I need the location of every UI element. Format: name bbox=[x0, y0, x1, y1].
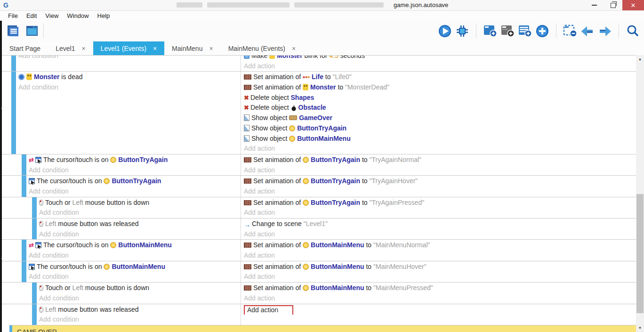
placeholder-text: Add action bbox=[247, 306, 278, 314]
add-action-button[interactable]: Add action bbox=[244, 305, 636, 315]
add-comment-icon[interactable] bbox=[517, 24, 532, 39]
add-condition-button[interactable]: Add condition bbox=[18, 55, 241, 61]
tab-start-page[interactable]: Start Page bbox=[2, 41, 48, 55]
add-action-button[interactable]: Add action bbox=[244, 293, 636, 304]
start-page-window-icon[interactable] bbox=[24, 24, 40, 39]
restore-button[interactable] bbox=[604, 0, 622, 10]
add-condition-button[interactable]: Add condition bbox=[29, 165, 241, 176]
condition-line[interactable]: The cursor/touch is on ButtonMainMenu bbox=[29, 262, 241, 272]
event-row[interactable]: ⇄The cursor/touch is on ButtonMainMenuAd… bbox=[2, 239, 636, 260]
comment-row[interactable]: GAME OVER bbox=[9, 325, 636, 332]
condition-line[interactable]: ⇄The cursor/touch is on ButtonMainMenu bbox=[29, 240, 241, 251]
add-more-icon[interactable] bbox=[535, 24, 550, 39]
action-line[interactable]: Show object GameOver bbox=[244, 113, 636, 123]
add-condition-button[interactable]: Add condition bbox=[18, 82, 241, 93]
add-condition-button[interactable]: Add condition bbox=[29, 186, 241, 197]
add-condition-button[interactable]: Add condition bbox=[39, 293, 241, 304]
close-button[interactable]: ✕ bbox=[622, 0, 644, 10]
event-row[interactable]: The cursor/touch is on ButtonMainMenuAdd… bbox=[2, 261, 636, 282]
add-condition-button[interactable]: Add condition bbox=[29, 251, 241, 261]
scrollbar-thumb[interactable] bbox=[636, 194, 644, 313]
menu-help[interactable]: Help bbox=[93, 11, 114, 21]
add-sub-event-icon[interactable] bbox=[500, 24, 515, 39]
scroll-down-icon[interactable]: ▼ bbox=[636, 324, 644, 332]
cursor-icon bbox=[29, 264, 35, 270]
add-action-button[interactable]: Add action bbox=[244, 144, 636, 154]
add-condition-button[interactable]: Add condition bbox=[39, 208, 241, 218]
event-bar bbox=[32, 304, 37, 325]
menu-window[interactable]: Window bbox=[63, 11, 93, 21]
project-manager-icon[interactable] bbox=[6, 24, 21, 39]
add-condition-button[interactable]: Add condition bbox=[39, 229, 241, 240]
action-line[interactable]: Set animation of ButtonTryAgain to "TryA… bbox=[244, 176, 636, 186]
tab-level1[interactable]: Level1× bbox=[48, 41, 93, 55]
event-row[interactable]: Touch or Left mouse button is downAdd co… bbox=[2, 197, 636, 218]
condition-line[interactable]: ⇄The cursor/touch is on ButtonTryAgain bbox=[29, 155, 241, 165]
action-line[interactable]: ✖Delete object Shapes bbox=[244, 93, 636, 103]
add-action-button[interactable]: Add action bbox=[244, 208, 636, 218]
action-line[interactable]: Set animation of ButtonTryAgain to "TryA… bbox=[244, 155, 636, 165]
undo-icon[interactable] bbox=[580, 24, 595, 39]
add-action-button[interactable]: Add action bbox=[244, 61, 636, 72]
search-icon[interactable] bbox=[625, 24, 640, 39]
menu-view[interactable]: View bbox=[41, 11, 63, 21]
redo-icon[interactable] bbox=[597, 24, 612, 39]
condition-line[interactable]: The cursor/touch is on ButtonTryAgain bbox=[29, 176, 241, 186]
events-sheet: Add conditionMake Monster blink for 4.5 … bbox=[2, 55, 636, 332]
action-line[interactable]: Show object ButtonMainMenu bbox=[244, 134, 636, 144]
tab-mainmenu-events-[interactable]: MainMenu (Events)× bbox=[221, 41, 304, 55]
event-row[interactable]: Add conditionMake Monster blink for 4.5 … bbox=[2, 55, 636, 71]
action-line[interactable]: Set animation of ButtonMainMenu to "Main… bbox=[244, 240, 636, 251]
action-line[interactable]: Set animation of Life to "Life0" bbox=[244, 72, 636, 82]
action-line[interactable]: Set animation of ButtonTryAgain to "TryA… bbox=[244, 198, 636, 208]
add-action-button[interactable]: Add action bbox=[244, 272, 636, 282]
event-text: Left bbox=[45, 306, 56, 313]
condition-line[interactable]: Touch or Left mouse button is down bbox=[39, 198, 241, 208]
condition-line[interactable]: Left mouse button was released bbox=[39, 219, 241, 229]
condition-line[interactable]: Monster is dead bbox=[18, 72, 241, 82]
action-line[interactable]: Make Monster blink for 4.5 seconds bbox=[244, 55, 636, 61]
menu-edit[interactable]: Edit bbox=[22, 11, 41, 21]
action-line[interactable]: →Change to scene "Level1" bbox=[244, 219, 636, 229]
tab-close-icon[interactable]: × bbox=[292, 45, 296, 52]
add-event-icon[interactable] bbox=[483, 24, 498, 39]
action-line[interactable]: ✖Delete object Obstacle bbox=[244, 103, 636, 113]
remove-event-icon[interactable] bbox=[563, 24, 578, 39]
action-line[interactable]: Set animation of ButtonMainMenu to "Main… bbox=[244, 262, 636, 272]
delete-icon: ✖ bbox=[244, 103, 249, 113]
add-condition-button[interactable]: Add condition bbox=[29, 272, 241, 282]
action-line[interactable]: Show object ButtonTryAgain bbox=[244, 123, 636, 134]
event-row[interactable]: The cursor/touch is on ButtonTryAgainAdd… bbox=[2, 175, 636, 196]
minimize-button[interactable] bbox=[585, 0, 604, 10]
action-line[interactable]: Set animation of Monster to "MonsterDead… bbox=[244, 82, 636, 93]
tab-level1-events-[interactable]: Level1 (Events)× bbox=[93, 41, 164, 55]
tab-close-icon[interactable]: × bbox=[81, 45, 85, 52]
add-action-button[interactable]: Add action bbox=[244, 165, 636, 176]
event-row[interactable]: Monster is deadAdd conditionSet animatio… bbox=[2, 71, 636, 154]
vertical-scrollbar[interactable]: ▲ ▼ bbox=[636, 55, 644, 332]
condition-line[interactable]: Left mouse button was released bbox=[39, 305, 241, 315]
action-line[interactable]: Set animation of ButtonMainMenu to "Main… bbox=[244, 283, 636, 293]
conditions-column: ⇄The cursor/touch is on ButtonTryAgainAd… bbox=[26, 154, 241, 175]
highlighted-add-action[interactable]: Add action bbox=[244, 305, 293, 315]
event-row[interactable]: Touch or Left mouse button is downAdd co… bbox=[2, 282, 636, 303]
play-icon[interactable] bbox=[437, 24, 452, 39]
scroll-up-icon[interactable]: ▲ bbox=[636, 55, 644, 63]
add-action-button[interactable]: Add action bbox=[244, 251, 636, 261]
object-name: ButtonTryAgain bbox=[311, 199, 360, 206]
tab-close-icon[interactable]: × bbox=[153, 45, 157, 52]
debug-icon[interactable] bbox=[455, 24, 470, 39]
redacted-block bbox=[294, 2, 384, 8]
tab-mainmenu[interactable]: MainMenu× bbox=[164, 41, 221, 55]
add-action-button[interactable]: Add action bbox=[244, 229, 636, 240]
tab-close-icon[interactable]: × bbox=[209, 45, 213, 52]
event-row[interactable]: Left mouse button was releasedAdd condit… bbox=[2, 218, 636, 239]
event-row[interactable]: ⇄The cursor/touch is on ButtonTryAgainAd… bbox=[2, 154, 636, 175]
menu-file[interactable]: File bbox=[4, 11, 22, 21]
add-action-button[interactable]: Add action bbox=[244, 186, 636, 197]
placeholder-text: Add condition bbox=[18, 55, 58, 59]
condition-line[interactable]: Touch or Left mouse button is down bbox=[39, 283, 241, 293]
event-row[interactable]: Left mouse button was releasedAdd condit… bbox=[2, 304, 636, 325]
title-redacted bbox=[177, 2, 384, 8]
add-condition-button[interactable]: Add condition bbox=[39, 315, 241, 325]
